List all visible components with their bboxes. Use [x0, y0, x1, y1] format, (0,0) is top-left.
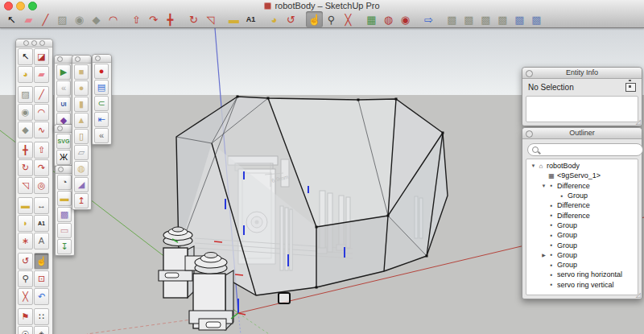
shape-pin-button[interactable]: ↥ — [74, 193, 89, 208]
palette-close-icon[interactable] — [23, 40, 29, 46]
text-tool[interactable]: A1 — [34, 215, 49, 232]
threed-text-tool[interactable]: A — [34, 233, 49, 249]
svg-splat-button[interactable]: Ж — [56, 150, 71, 165]
panel-close-icon[interactable] — [526, 70, 533, 77]
solid-subtract-button[interactable]: ▩ — [460, 11, 477, 27]
freehand-tool[interactable]: ∿ — [34, 122, 49, 138]
outliner-item-difference-3[interactable]: ▪ Difference — [526, 210, 638, 220]
disclosure-triangle-icon[interactable]: ▼ — [540, 183, 547, 188]
rectangle-tool[interactable]: ▨ — [18, 86, 33, 103]
zoom-extents-tool[interactable]: ╳ — [18, 288, 33, 305]
orbit-tool[interactable]: ↺ — [18, 253, 33, 270]
pushpull-tool[interactable]: ⇧ — [34, 142, 49, 159]
palette-close-icon[interactable] — [57, 56, 63, 62]
offset-tool[interactable]: ◎ — [34, 177, 49, 194]
disclosure-triangle-icon[interactable]: ▼ — [530, 163, 537, 168]
arc-tool[interactable]: ◠ — [34, 104, 49, 121]
outliner-item-9gservo-1[interactable]: ▦ <9gServo_1> — [526, 171, 638, 180]
add-location-button[interactable]: ▦ — [363, 11, 380, 27]
polygon-tool[interactable]: ◆ — [18, 122, 33, 138]
look-around-tool[interactable]: ☉ — [18, 326, 33, 334]
paint-bucket-tool[interactable]: ◕ — [266, 11, 283, 27]
solid-intersect-button[interactable]: ▩ — [494, 11, 511, 27]
solid-outer-shell-button[interactable]: ▩ — [528, 11, 545, 27]
outliner-titlebar[interactable]: Outliner — [522, 128, 642, 139]
select-tool[interactable]: ↖ — [18, 48, 33, 65]
shape-wedge-button[interactable]: ◢ — [74, 177, 89, 192]
circle-tool[interactable]: ◉ — [71, 11, 88, 27]
measure-plugin-button[interactable]: ▬ — [57, 191, 72, 206]
collapse-button[interactable]: « — [56, 80, 71, 96]
outliner-item-servo-ring-vertical[interactable]: ▪ servo ring vertical — [526, 280, 638, 290]
palette-close-icon[interactable] — [75, 56, 80, 62]
entity-info-titlebar[interactable]: Entity Info — [522, 68, 642, 79]
tape-measure-tool[interactable]: ▬ — [225, 11, 242, 27]
export-model-button[interactable]: ⇨ — [420, 11, 437, 27]
polygon-tool[interactable]: ◆ — [88, 11, 105, 27]
zoom-extents-tool[interactable]: ╳ — [340, 11, 357, 27]
solid-trim-button[interactable]: ▩ — [477, 11, 494, 27]
palette-titlebar[interactable] — [72, 56, 91, 64]
make-component-tool[interactable]: ◪ — [34, 48, 49, 65]
outliner-item-group-6[interactable]: ▪ Group — [526, 260, 638, 270]
section-plane-tool[interactable]: ◈ — [34, 326, 49, 334]
palette-titlebar[interactable] — [16, 39, 52, 47]
eraser-tool[interactable]: ▰ — [34, 66, 49, 83]
followme-tool[interactable]: ↷ — [34, 159, 49, 176]
shape-cone-button[interactable]: ▲ — [74, 113, 89, 128]
select-tool[interactable]: ↖ — [3, 11, 20, 27]
shape-torus-button[interactable]: ◍ — [74, 161, 89, 176]
palette-titlebar[interactable] — [93, 55, 111, 63]
scale-tool[interactable]: ◹ — [18, 177, 33, 194]
outliner-item-group-1[interactable]: ▪ Group — [526, 191, 638, 200]
followme-tool[interactable]: ↷ — [145, 11, 162, 27]
play-button[interactable]: ▶ — [56, 64, 71, 80]
paint-bucket-tool[interactable]: ◕ — [18, 66, 33, 83]
pan-tool[interactable]: ☝ — [306, 11, 323, 27]
dimension-tool[interactable]: ↔ — [34, 197, 49, 214]
tape-measure-tool[interactable]: ▬ — [18, 197, 33, 214]
shape-box-button[interactable]: ■ — [74, 64, 89, 80]
shape-sphere-button[interactable]: ● — [74, 80, 89, 96]
outliner-item-difference-2[interactable]: ▪ Difference — [526, 200, 638, 210]
collapse-button[interactable]: « — [94, 128, 109, 143]
outliner-item-group-2[interactable]: ▪ Group — [526, 221, 638, 230]
shape-plane-button[interactable]: ▱ — [74, 145, 89, 160]
walk-tool[interactable]: ∷ — [34, 308, 49, 325]
arc-tool[interactable]: ◠ — [105, 11, 122, 27]
svg-download-button[interactable]: ↧ — [57, 239, 72, 254]
outliner-item-servo-ring-horizontal[interactable]: ▪ servo ring horizontal — [526, 270, 638, 279]
move-tool[interactable]: ╋ — [18, 142, 33, 159]
eraser-tool[interactable]: ▰ — [20, 11, 37, 27]
solid-union-button[interactable]: ▩ — [444, 11, 460, 27]
outliner-item-difference-1[interactable]: ▼ ▪ Difference — [526, 181, 638, 191]
axes-tool[interactable]: ∗ — [18, 233, 33, 249]
scale-tool[interactable]: ◹ — [202, 11, 219, 27]
search-input[interactable] — [541, 145, 638, 155]
pushpull-tool[interactable]: ⇧ — [128, 11, 145, 27]
pan-tool[interactable]: ☝ — [34, 253, 49, 270]
solid-split-button[interactable]: ▩ — [511, 11, 528, 27]
move-tool[interactable]: ╋ — [162, 11, 179, 27]
line-tool[interactable]: ╱ — [37, 11, 54, 27]
palette-close-icon[interactable] — [57, 126, 63, 131]
zoom-window-tool[interactable]: ⊡ — [34, 270, 49, 287]
soap-plugin-button[interactable]: ▭ — [57, 223, 72, 238]
line-tool[interactable]: ╱ — [34, 86, 49, 103]
orbit-tool[interactable]: ↺ — [283, 11, 299, 27]
position-camera-tool[interactable]: ⚑ — [18, 308, 33, 325]
text-tool[interactable]: A1 — [242, 11, 259, 27]
entity-details-toggle-icon[interactable] — [625, 83, 636, 92]
circle-tool[interactable]: ◉ — [18, 104, 33, 121]
to-start-button[interactable]: ⇤ — [94, 112, 109, 127]
camera-button[interactable]: ▤ — [94, 80, 109, 95]
panel-close-icon[interactable] — [526, 130, 533, 138]
rectangle-tool[interactable]: ▨ — [54, 11, 71, 27]
rotate-tool[interactable]: ↻ — [185, 11, 202, 27]
outliner-item-robotbody[interactable]: ▼ ⌂ robotBody — [526, 161, 638, 171]
interact-button[interactable]: ◉ — [397, 11, 414, 27]
record-button[interactable]: ● — [94, 64, 109, 79]
path-curve-button[interactable]: ⊂ — [94, 96, 109, 111]
outliner-item-group-5[interactable]: ▶ ▪ Group — [526, 250, 638, 260]
svg-export-button[interactable]: SVG — [56, 134, 71, 149]
